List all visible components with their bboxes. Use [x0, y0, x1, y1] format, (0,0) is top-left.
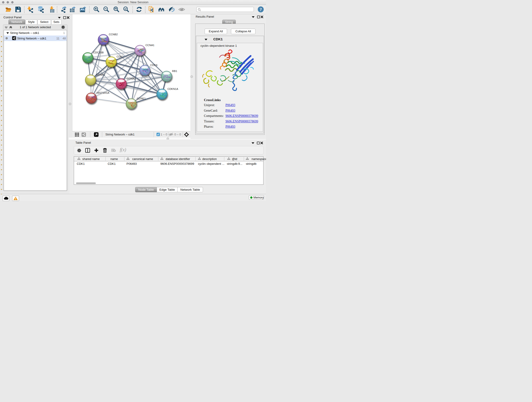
svg-text:CCNA2: CCNA2 [127, 77, 136, 80]
svg-text:CCNB1: CCNB1 [96, 73, 105, 76]
svg-text:CCNA1: CCNA1 [146, 44, 154, 46]
svg-text:CDKN1A: CDKN1A [167, 88, 178, 90]
svg-text:CCNB2: CCNB2 [109, 33, 118, 36]
svg-text:HIST1H1A: HIST1H1A [97, 91, 109, 94]
svg-text:CCNE1: CCNE1 [137, 97, 146, 100]
svg-text:RB1: RB1 [172, 70, 177, 72]
svg-text:?: ? [260, 7, 262, 12]
svg-text:CDK1: CDK1 [117, 55, 124, 58]
svg-text:CDC6: CDC6 [150, 64, 157, 66]
svg-text:CDC25B: CDC25B [93, 51, 104, 54]
